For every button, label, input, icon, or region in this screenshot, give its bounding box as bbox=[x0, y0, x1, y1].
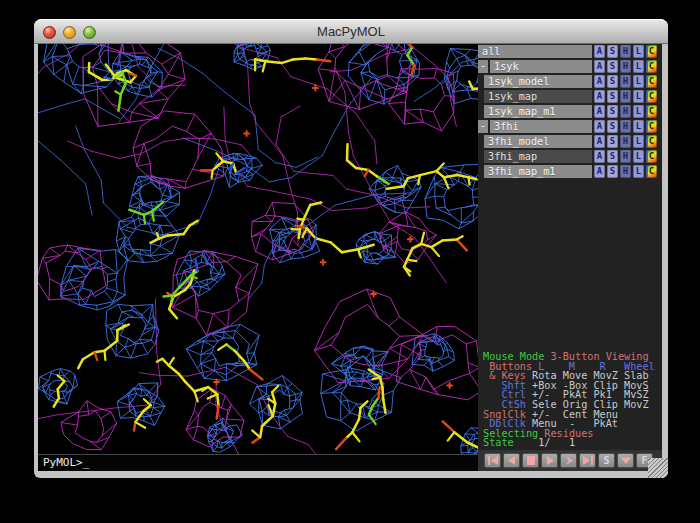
molecular-render bbox=[38, 44, 478, 471]
window-content: PyMOL>_ allASHLC-1sykASHLC1syk_modelASHL… bbox=[38, 44, 662, 471]
down-triangle-icon bbox=[620, 456, 632, 465]
c-menu-button[interactable]: C bbox=[646, 75, 657, 88]
step-forward-button[interactable] bbox=[560, 453, 577, 468]
a-menu-button[interactable]: A bbox=[594, 150, 605, 163]
l-menu-button[interactable]: L bbox=[633, 165, 644, 178]
object-name[interactable]: 3fhi_map_m1 bbox=[484, 165, 592, 178]
a-menu-button[interactable]: A bbox=[594, 165, 605, 178]
c-menu-button[interactable]: C bbox=[646, 120, 657, 133]
l-menu-button[interactable]: L bbox=[633, 75, 644, 88]
object-name[interactable]: 1syk_map_m1 bbox=[484, 105, 592, 118]
l-menu-button[interactable]: L bbox=[633, 135, 644, 148]
window-title: MacPyMOL bbox=[34, 24, 668, 39]
object-row-1syk: -1sykASHLC bbox=[478, 60, 662, 73]
s-menu-button[interactable]: S bbox=[607, 75, 618, 88]
h-menu-button[interactable]: H bbox=[620, 75, 631, 88]
c-menu-button[interactable]: C bbox=[646, 105, 657, 118]
s-menu-button[interactable]: S bbox=[607, 45, 618, 58]
skip-start-icon bbox=[487, 456, 499, 465]
skip-end-button[interactable] bbox=[579, 453, 596, 468]
macpymol-window: MacPyMOL PyMOL>_ allASHLC-1sykASHLC1syk_… bbox=[34, 19, 668, 478]
object-name[interactable]: all bbox=[478, 45, 592, 58]
object-row-3fhi_map: 3fhi_mapASHLC bbox=[478, 150, 662, 163]
h-menu-button[interactable]: H bbox=[620, 60, 631, 73]
desktop-background: MacPyMOL PyMOL>_ allASHLC-1sykASHLC1syk_… bbox=[0, 0, 700, 523]
a-menu-button[interactable]: A bbox=[594, 90, 605, 103]
object-panel: allASHLC-1sykASHLC1syk_modelASHLC1syk_ma… bbox=[478, 44, 662, 471]
h-menu-button[interactable]: H bbox=[620, 120, 631, 133]
stop-button[interactable] bbox=[522, 453, 539, 468]
object-name[interactable]: 3fhi_model bbox=[484, 135, 592, 148]
playback-controls: SF bbox=[478, 450, 662, 471]
a-menu-button[interactable]: A bbox=[594, 120, 605, 133]
object-name[interactable]: 3fhi bbox=[490, 120, 592, 133]
back-icon bbox=[506, 456, 518, 465]
h-menu-button[interactable]: H bbox=[620, 90, 631, 103]
a-menu-button[interactable]: A bbox=[594, 75, 605, 88]
object-name[interactable]: 1syk_model bbox=[484, 75, 592, 88]
s-menu-button[interactable]: S bbox=[607, 120, 618, 133]
s-menu-button[interactable]: S bbox=[607, 90, 618, 103]
scene-button[interactable]: S bbox=[598, 453, 615, 468]
command-prompt-text: PyMOL>_ bbox=[43, 456, 89, 469]
rewind-button[interactable] bbox=[484, 453, 501, 468]
s-menu-button[interactable]: S bbox=[607, 60, 618, 73]
object-list: allASHLC-1sykASHLC1syk_modelASHLC1syk_ma… bbox=[478, 45, 662, 180]
s-menu-button[interactable]: S bbox=[607, 165, 618, 178]
h-menu-button[interactable]: H bbox=[620, 150, 631, 163]
l-menu-button[interactable]: L bbox=[633, 120, 644, 133]
h-menu-button[interactable]: H bbox=[620, 105, 631, 118]
step-back-button[interactable] bbox=[503, 453, 520, 468]
s-menu-button[interactable]: S bbox=[607, 105, 618, 118]
l-menu-button[interactable]: L bbox=[633, 105, 644, 118]
c-menu-button[interactable]: C bbox=[646, 90, 657, 103]
c-menu-button[interactable]: C bbox=[646, 60, 657, 73]
object-row-1syk_map: 1syk_mapASHLC bbox=[478, 90, 662, 103]
l-menu-button[interactable]: L bbox=[633, 60, 644, 73]
collapse-toggle[interactable]: - bbox=[478, 60, 488, 73]
object-name[interactable]: 3fhi_map bbox=[484, 150, 592, 163]
c-menu-button[interactable]: C bbox=[646, 165, 657, 178]
h-menu-button[interactable]: H bbox=[620, 165, 631, 178]
l-menu-button[interactable]: L bbox=[633, 45, 644, 58]
c-menu-button[interactable]: C bbox=[646, 45, 657, 58]
mouse-panel-line: State 1/ 1 bbox=[483, 438, 661, 448]
stop-icon bbox=[525, 456, 537, 465]
a-menu-button[interactable]: A bbox=[594, 105, 605, 118]
viewport-3d[interactable]: PyMOL>_ bbox=[38, 44, 478, 471]
l-menu-button[interactable]: L bbox=[633, 90, 644, 103]
c-menu-button[interactable]: C bbox=[646, 135, 657, 148]
menu-button[interactable] bbox=[617, 453, 634, 468]
l-menu-button[interactable]: L bbox=[633, 150, 644, 163]
h-menu-button[interactable]: H bbox=[620, 45, 631, 58]
object-row-1syk_map_m1: 1syk_map_m1ASHLC bbox=[478, 105, 662, 118]
object-row-1syk_model: 1syk_modelASHLC bbox=[478, 75, 662, 88]
h-menu-button[interactable]: H bbox=[620, 135, 631, 148]
object-row-all: allASHLC bbox=[478, 45, 662, 58]
a-menu-button[interactable]: A bbox=[594, 60, 605, 73]
mouse-mode-panel[interactable]: Mouse Mode 3-Button Viewing Buttons L M … bbox=[483, 352, 661, 448]
play-button[interactable] bbox=[541, 453, 558, 468]
window-titlebar[interactable]: MacPyMOL bbox=[34, 19, 668, 44]
object-name[interactable]: 1syk_map bbox=[484, 90, 592, 103]
forward-icon bbox=[563, 456, 575, 465]
resize-grip[interactable] bbox=[648, 458, 668, 478]
object-row-3fhi_model: 3fhi_modelASHLC bbox=[478, 135, 662, 148]
skip-end-icon bbox=[582, 456, 594, 465]
command-prompt[interactable]: PyMOL>_ bbox=[38, 454, 478, 471]
s-menu-button[interactable]: S bbox=[607, 150, 618, 163]
c-menu-button[interactable]: C bbox=[646, 150, 657, 163]
object-row-3fhi: -3fhiASHLC bbox=[478, 120, 662, 133]
object-row-3fhi_map_m1: 3fhi_map_m1ASHLC bbox=[478, 165, 662, 178]
a-menu-button[interactable]: A bbox=[594, 135, 605, 148]
s-menu-button[interactable]: S bbox=[607, 135, 618, 148]
a-menu-button[interactable]: A bbox=[594, 45, 605, 58]
object-name[interactable]: 1syk bbox=[490, 60, 592, 73]
collapse-toggle[interactable]: - bbox=[478, 120, 488, 133]
play-icon bbox=[544, 456, 556, 465]
